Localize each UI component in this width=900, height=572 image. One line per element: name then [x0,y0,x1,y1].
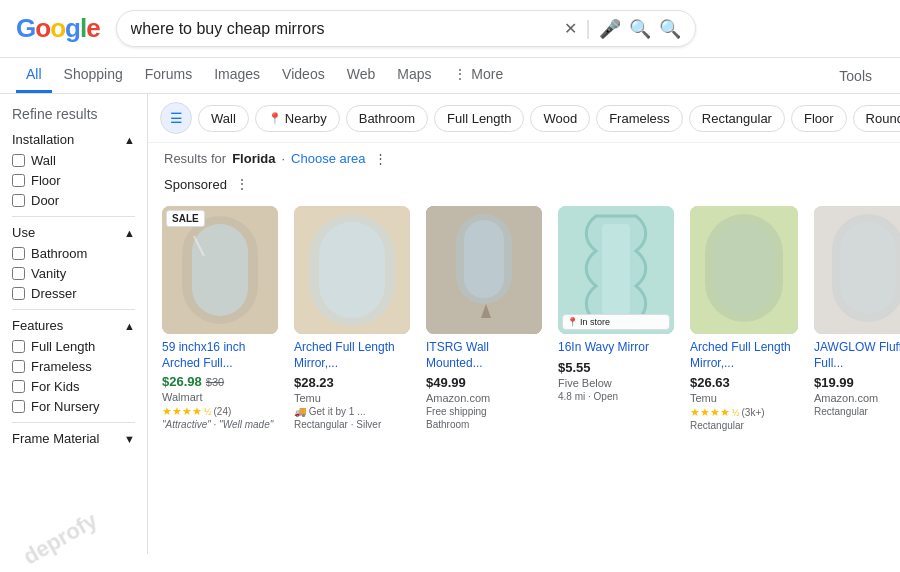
filter-door[interactable]: Door [12,193,135,208]
filter-wall[interactable]: Wall [12,153,135,168]
product-rating-5: ★★★★½ (3k+) [690,406,798,419]
product-image-6 [814,206,900,334]
filter-vanity[interactable]: Vanity [12,266,135,281]
choose-area-link[interactable]: Choose area [291,151,365,166]
svg-rect-9 [464,220,504,298]
product-image-2 [294,206,410,334]
products-row: SALE 59 inchx16 inch Arched Full... $26.… [148,200,900,437]
search-button[interactable]: 🔍 [659,18,681,40]
filter-group-use: Use ▲ Bathroom Vanity Dresser [12,225,135,301]
more-options-dots[interactable]: ⋮ [374,151,387,166]
results-location: Florida [232,151,275,166]
product-card-2[interactable]: Arched Full Length Mirror,... $28.23 Tem… [288,200,416,437]
product-sub-5: Rectangular [690,420,798,431]
product-title-2: Arched Full Length Mirror,... [294,340,410,371]
product-image-4: 📍 In store [558,206,674,334]
product-price-4: $5.55 [558,360,591,375]
product-image-1: SALE [162,206,278,334]
rating-count-1: (24) [214,406,232,417]
product-sub-2: Rectangular · Silver [294,419,410,430]
product-price-2: $28.23 [294,375,334,390]
svg-rect-14 [714,222,774,314]
tab-more[interactable]: ⋮ More [443,58,513,93]
filter-floor[interactable]: Floor [12,173,135,188]
product-delivery-2: 🚚 Get it by 1 ... [294,406,410,417]
chip-wood[interactable]: Wood [530,105,590,132]
chip-floor[interactable]: Floor [791,105,847,132]
product-rating-1: ★★★★½ (24) [162,405,278,418]
stars-icon-1: ★★★★ [162,405,202,418]
sale-badge: SALE [166,210,205,227]
filter-full-length[interactable]: Full Length [12,339,135,354]
filter-chips-row: ☰ Wall 📍Nearby Bathroom Full Length Wood… [148,94,900,143]
sidebar: Refine results Installation ▲ Wall Floor… [0,94,148,554]
product-desc-1: "Attractive" · "Well made" [162,419,278,430]
product-card-4[interactable]: 📍 In store 16In Wavy Mirror $5.55 Five B… [552,200,680,437]
sidebar-title: Refine results [12,106,135,122]
filter-group-installation-header[interactable]: Installation ▲ [12,132,135,147]
chip-round[interactable]: Round [853,105,900,132]
chip-bathroom[interactable]: Bathroom [346,105,428,132]
filter-group-frame-material[interactable]: Frame Material ▼ [12,431,135,446]
tab-forums[interactable]: Forums [135,58,202,93]
filter-bathroom[interactable]: Bathroom [12,246,135,261]
header: Google ✕ | 🎤 🔍 🔍 [0,0,900,58]
product-title-5: Arched Full Length Mirror,... [690,340,798,371]
chevron-down-icon: ▼ [124,433,135,445]
clear-icon[interactable]: ✕ [564,19,577,38]
sponsored-bar: Sponsored ⋮ [148,174,900,200]
tab-shopping[interactable]: Shopping [54,58,133,93]
tab-videos[interactable]: Videos [272,58,335,93]
filter-group-installation: Installation ▲ Wall Floor Door [12,132,135,208]
main-layout: Refine results Installation ▲ Wall Floor… [0,94,900,554]
product-store-3: Amazon.com [426,392,542,404]
product-store-2: Temu [294,392,410,404]
product-sub-6: Rectangular [814,406,900,417]
microphone-icon[interactable]: 🎤 [599,18,621,40]
tab-images[interactable]: Images [204,58,270,93]
tab-web[interactable]: Web [337,58,386,93]
tab-maps[interactable]: Maps [387,58,441,93]
filter-options-button[interactable]: ☰ [160,102,192,134]
product-image-3 [426,206,542,334]
product-title-6: JAWGLOW Fluffy Full... [814,340,900,371]
tools-button[interactable]: Tools [827,60,884,92]
chip-wall[interactable]: Wall [198,105,249,132]
chevron-up-icon-2: ▲ [124,227,135,239]
lens-icon[interactable]: 🔍 [629,18,651,40]
rating-count-5: (3k+) [742,407,765,418]
sponsored-info-icon[interactable]: ⋮ [235,176,249,192]
search-bar: ✕ | 🎤 🔍 🔍 [116,10,696,47]
chip-full-length[interactable]: Full Length [434,105,524,132]
product-store-5: Temu [690,392,798,404]
chip-frameless[interactable]: Frameless [596,105,683,132]
filter-group-features-header[interactable]: Features ▲ [12,318,135,333]
filter-group-features: Features ▲ Full Length Frameless For Kid… [12,318,135,414]
product-delivery-3: Free shipping [426,406,542,417]
product-title-4: 16In Wavy Mirror [558,340,674,356]
in-store-badge-4: 📍 In store [562,314,670,330]
product-distance-4: 4.8 mi · Open [558,391,674,402]
filter-group-use-header[interactable]: Use ▲ [12,225,135,240]
product-card-3[interactable]: ITSRG Wall Mounted... $49.99 Amazon.com … [420,200,548,437]
product-card-1[interactable]: SALE 59 inchx16 inch Arched Full... $26.… [156,200,284,437]
product-card-5[interactable]: Arched Full Length Mirror,... $26.63 Tem… [684,200,804,437]
filter-frameless[interactable]: Frameless [12,359,135,374]
svg-rect-2 [192,224,248,316]
google-logo: Google [16,13,100,44]
product-price-1: $26.98 [162,374,202,389]
filter-for-kids[interactable]: For Kids [12,379,135,394]
product-title-1: 59 inchx16 inch Arched Full... [162,340,278,371]
product-card-6[interactable]: JAWGLOW Fluffy Full... $19.99 Amazon.com… [808,200,900,437]
product-price-3: $49.99 [426,375,466,390]
chip-rectangular[interactable]: Rectangular [689,105,785,132]
chip-nearby[interactable]: 📍Nearby [255,105,340,132]
product-store-1: Walmart [162,391,278,403]
tab-all[interactable]: All [16,58,52,93]
product-sub-3: Bathroom [426,419,542,430]
product-price-6: $19.99 [814,375,854,390]
search-input[interactable] [131,20,557,38]
filter-for-nursery[interactable]: For Nursery [12,399,135,414]
product-image-5 [690,206,798,334]
filter-dresser[interactable]: Dresser [12,286,135,301]
